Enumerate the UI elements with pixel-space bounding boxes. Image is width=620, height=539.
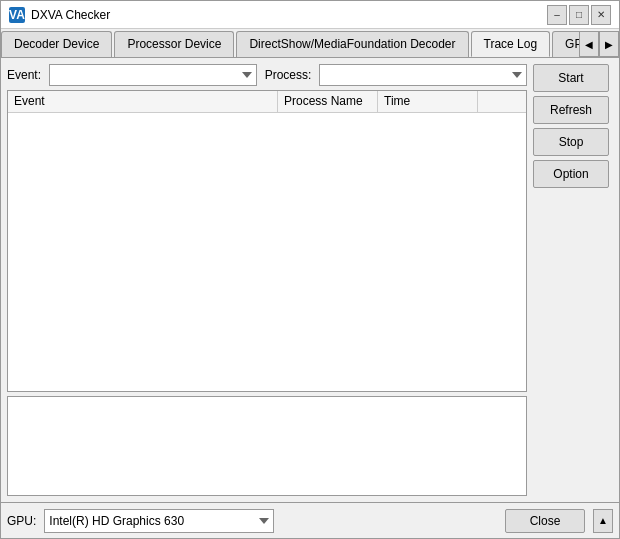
maximize-button[interactable]: □ [569, 5, 589, 25]
col-header-event: Event [8, 91, 278, 112]
window-title: DXVA Checker [31, 8, 110, 22]
refresh-button[interactable]: Refresh [533, 96, 609, 124]
main-panel: Event: Process: Event Process Name Time [7, 64, 527, 496]
option-button[interactable]: Option [533, 160, 609, 188]
tab-processor-device[interactable]: Processor Device [114, 31, 234, 57]
col-header-process-name: Process Name [278, 91, 378, 112]
app-icon: VA [9, 7, 25, 23]
tab-scroll-left[interactable]: ◀ [579, 31, 599, 57]
log-table: Event Process Name Time [7, 90, 527, 392]
event-select[interactable] [49, 64, 257, 86]
gpu-select[interactable]: Intel(R) HD Graphics 630 [44, 509, 274, 533]
process-label: Process: [265, 68, 312, 82]
event-label: Event: [7, 68, 41, 82]
tabs-container: Decoder Device Processor Device DirectSh… [1, 29, 619, 58]
right-panel: Start Refresh Stop Option [533, 64, 613, 496]
log-output[interactable] [7, 396, 527, 496]
content-area: Event: Process: Event Process Name Time … [1, 58, 619, 502]
tabs: Decoder Device Processor Device DirectSh… [1, 31, 579, 57]
bottom-bar: GPU: Intel(R) HD Graphics 630 Close ▲ [1, 502, 619, 538]
minimize-button[interactable]: – [547, 5, 567, 25]
col-header-time: Time [378, 91, 478, 112]
gpu-label: GPU: [7, 514, 36, 528]
tab-gpu-engine[interactable]: GPU Engin [552, 31, 579, 57]
main-window: VA DXVA Checker – □ ✕ Decoder Device Pro… [0, 0, 620, 539]
tab-scroll-right[interactable]: ▶ [599, 31, 619, 57]
close-button[interactable]: Close [505, 509, 585, 533]
title-bar-left: VA DXVA Checker [9, 7, 110, 23]
table-header: Event Process Name Time [8, 91, 526, 113]
filter-row: Event: Process: [7, 64, 527, 86]
tab-decoder-device[interactable]: Decoder Device [1, 31, 112, 57]
tab-trace-log[interactable]: Trace Log [471, 31, 551, 57]
tab-directshow-decoder[interactable]: DirectShow/MediaFoundation Decoder [236, 31, 468, 57]
title-controls: – □ ✕ [547, 5, 611, 25]
scroll-up-button[interactable]: ▲ [593, 509, 613, 533]
table-body[interactable] [8, 113, 526, 391]
process-select[interactable] [319, 64, 527, 86]
window-close-button[interactable]: ✕ [591, 5, 611, 25]
title-bar: VA DXVA Checker – □ ✕ [1, 1, 619, 29]
stop-button[interactable]: Stop [533, 128, 609, 156]
start-button[interactable]: Start [533, 64, 609, 92]
